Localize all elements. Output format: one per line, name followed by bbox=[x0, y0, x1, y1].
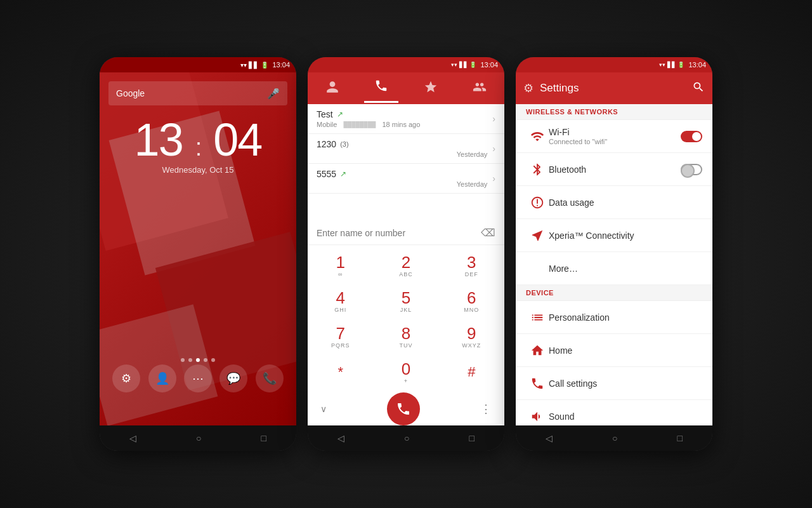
wifi-toggle[interactable] bbox=[681, 131, 702, 142]
key-6[interactable]: 6MNO bbox=[446, 284, 497, 318]
more-icon[interactable]: ⋮ bbox=[480, 402, 492, 416]
expand-icon[interactable]: ∨ bbox=[320, 404, 327, 414]
key-num-7: 7 bbox=[336, 325, 344, 342]
tab-groups[interactable] bbox=[462, 75, 497, 102]
recents-button-home[interactable]: □ bbox=[261, 433, 266, 443]
key-9[interactable]: 9WXYZ bbox=[446, 320, 497, 353]
key-letters-6: MNO bbox=[464, 307, 479, 313]
back-button-home[interactable]: ◁ bbox=[129, 433, 136, 443]
key-1[interactable]: 1∞ bbox=[315, 249, 366, 282]
section-device-label: DEVICE bbox=[526, 289, 554, 297]
personalization-item-title: Personalization bbox=[549, 312, 702, 323]
call-time-2: Yesterday bbox=[457, 150, 488, 158]
dock-apps-icon[interactable]: ⋯ bbox=[184, 364, 212, 392]
call-item-2[interactable]: 1230 (3) Yesterday › bbox=[308, 134, 504, 164]
dock-settings-icon[interactable]: ⚙ bbox=[112, 364, 140, 392]
key-8[interactable]: 8TUV bbox=[381, 320, 431, 353]
dialer-search-input[interactable] bbox=[317, 228, 481, 238]
key-hash[interactable]: # bbox=[446, 356, 497, 389]
google-search-bar[interactable]: Google 🎤 bbox=[108, 81, 287, 105]
dialer-content: Test ↗ Mobile ████████ 18 mins ago › 123… bbox=[308, 104, 504, 425]
key-sym-star: * bbox=[337, 364, 343, 380]
data-item-title: Data usage bbox=[549, 197, 702, 208]
settings-item-wifi[interactable]: Wi-Fi Connected to "wifi" bbox=[516, 120, 712, 153]
mic-icon[interactable]: 🎤 bbox=[267, 88, 280, 100]
call-type-1: Mobile bbox=[317, 121, 337, 128]
sound-settings-icon bbox=[526, 410, 549, 424]
tab-contacts[interactable] bbox=[315, 75, 350, 102]
bluetooth-toggle[interactable] bbox=[681, 164, 702, 175]
key-5[interactable]: 5JKL bbox=[381, 284, 431, 318]
battery-icon: 🔋 bbox=[261, 62, 268, 69]
tab-favorites[interactable] bbox=[414, 75, 448, 102]
more-item-text: More… bbox=[549, 264, 702, 274]
call-info-1: Test ↗ Mobile ████████ 18 mins ago bbox=[317, 109, 487, 128]
keypad-row-2: 4GHI 5JKL 6MNO bbox=[308, 283, 504, 319]
bluetooth-settings-icon bbox=[526, 163, 549, 177]
wifi-item-title: Wi-Fi bbox=[549, 127, 676, 137]
settings-item-bluetooth[interactable]: Bluetooth bbox=[516, 153, 712, 186]
home-wallpaper: Google 🎤 13 : 04 Wednesday, Oct 15 ⚙ 👤 ⋯… bbox=[100, 72, 296, 425]
call-number-masked-1: ████████ bbox=[343, 121, 376, 128]
settings-item-more[interactable]: More… bbox=[516, 252, 712, 285]
home-button-dialer[interactable]: ○ bbox=[404, 433, 409, 443]
more-item-title: More… bbox=[549, 264, 702, 274]
home-item-text: Home bbox=[549, 345, 702, 356]
tab-recents[interactable] bbox=[364, 74, 398, 103]
recents-button-settings[interactable]: □ bbox=[678, 433, 683, 443]
dock-messaging-icon[interactable]: 💬 bbox=[219, 364, 247, 392]
call-info-2: 1230 (3) Yesterday bbox=[317, 139, 487, 158]
home-button-settings[interactable]: ○ bbox=[612, 433, 617, 443]
key-7[interactable]: 7PQRS bbox=[315, 320, 366, 353]
sound-item-text: Sound bbox=[549, 411, 702, 422]
keypad-row-4: * 0+ # bbox=[308, 354, 504, 390]
home-button-home[interactable]: ○ bbox=[196, 433, 201, 443]
sound-item-title: Sound bbox=[549, 411, 702, 422]
settings-item-sound[interactable]: Sound bbox=[516, 400, 712, 425]
key-num-9: 9 bbox=[467, 325, 476, 342]
key-0[interactable]: 0+ bbox=[381, 356, 431, 389]
status-bar-home: ▾▾ ▋▋ 🔋 13:04 bbox=[100, 57, 296, 72]
key-4[interactable]: 4GHI bbox=[315, 284, 366, 318]
recents-button-dialer[interactable]: □ bbox=[469, 433, 475, 443]
call-time-1: 18 mins ago bbox=[382, 121, 420, 128]
xperia-item-title: Xperia™ Connectivity bbox=[549, 231, 702, 241]
dock-phone-icon[interactable]: 📞 bbox=[256, 364, 284, 392]
backspace-icon[interactable]: ⌫ bbox=[481, 227, 495, 239]
key-star[interactable]: * bbox=[315, 356, 366, 389]
call-log: Test ↗ Mobile ████████ 18 mins ago › 123… bbox=[308, 104, 504, 221]
wifi-item-subtitle: Connected to "wifi" bbox=[549, 138, 676, 145]
key-num-0: 0 bbox=[402, 361, 410, 377]
key-letters-7: PQRS bbox=[331, 342, 350, 349]
bluetooth-item-text: Bluetooth bbox=[549, 164, 676, 175]
wifi-toggle-on[interactable] bbox=[681, 131, 702, 142]
key-letters-4: GHI bbox=[334, 307, 346, 313]
settings-item-data[interactable]: Data usage bbox=[516, 186, 712, 219]
keypad: 1∞ 2ABC 3DEF 4GHI 5JKL 6MNO 7PQRS 8TUV 9… bbox=[308, 245, 504, 392]
call-chevron-2: › bbox=[492, 144, 495, 154]
call-button[interactable] bbox=[387, 392, 420, 425]
clock-date: Wednesday, Oct 15 bbox=[100, 165, 296, 175]
back-button-settings[interactable]: ◁ bbox=[546, 433, 553, 443]
key-3[interactable]: 3DEF bbox=[446, 249, 497, 282]
call-item-1[interactable]: Test ↗ Mobile ████████ 18 mins ago › bbox=[308, 104, 504, 134]
back-button-dialer[interactable]: ◁ bbox=[337, 433, 344, 443]
key-2[interactable]: 2ABC bbox=[381, 249, 431, 282]
bluetooth-toggle-off[interactable] bbox=[681, 164, 702, 175]
settings-item-xperia[interactable]: Xperia™ Connectivity bbox=[516, 219, 712, 252]
settings-search-icon[interactable] bbox=[692, 81, 705, 97]
key-letters-5: JKL bbox=[400, 307, 412, 313]
call-name-text-1: Test bbox=[317, 109, 333, 119]
settings-item-call[interactable]: Call settings bbox=[516, 367, 712, 400]
settings-item-home[interactable]: Home bbox=[516, 334, 712, 367]
key-num-3: 3 bbox=[467, 254, 476, 271]
keypad-row-3: 7PQRS 8TUV 9WXYZ bbox=[308, 319, 504, 354]
wifi-settings-icon bbox=[526, 130, 549, 144]
key-letters-8: TUV bbox=[399, 342, 412, 349]
dialer-input-area[interactable]: ⌫ bbox=[308, 221, 504, 245]
call-item-3[interactable]: 5555 ↗ Yesterday › bbox=[308, 164, 504, 194]
call-time-3: Yesterday bbox=[457, 180, 488, 188]
settings-item-personalization[interactable]: Personalization bbox=[516, 301, 712, 334]
call-item-title: Call settings bbox=[549, 378, 702, 389]
dock-contacts-icon[interactable]: 👤 bbox=[148, 364, 176, 392]
